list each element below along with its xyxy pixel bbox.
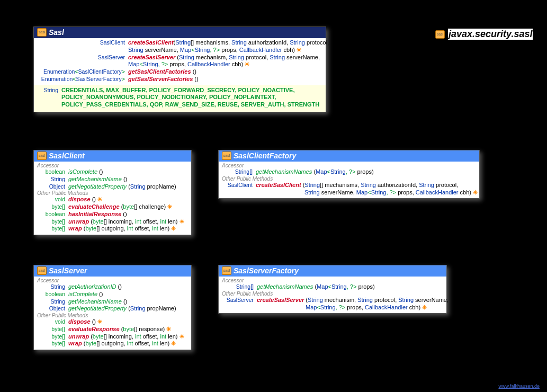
class-saslserver: sasl SaslServer Accessor StringgetAuthor… — [33, 265, 192, 350]
class-icon: sasl — [37, 266, 47, 275]
section-accessor: Accessor — [221, 278, 444, 283]
class-saslserverfactory: sasl SaslServerFactory Accessor String[]… — [218, 265, 447, 314]
section-accessor: Accessor — [221, 163, 477, 168]
class-saslclient: sasl SaslClient Accessor booleanisComple… — [33, 150, 192, 235]
section-accessor: Accessor — [36, 163, 189, 168]
class-sasl-header: sasl Sasl — [34, 27, 326, 38]
section-other: Other Public Methods — [36, 313, 189, 318]
class-saslclientfactory: sasl SaslClientFactory Accessor String[]… — [218, 150, 480, 199]
class-saslclientfactory-header: sasl SaslClientFactory — [219, 150, 479, 162]
class-saslclient-header: sasl SaslClient — [34, 150, 191, 162]
class-sasl-body: SaslClient createSaslClient(String[] mec… — [34, 38, 326, 85]
class-saslclientfactory-title: SaslClientFactory — [234, 152, 296, 160]
class-saslserverfactory-header: sasl SaslServerFactory — [219, 265, 446, 277]
class-sasl-constants: String CREDENTIALS, MAX_BUFFER, POLICY_F… — [34, 85, 326, 112]
class-icon: sasl — [37, 28, 47, 37]
section-accessor: Accessor — [36, 278, 189, 283]
class-icon: sasl — [222, 152, 231, 160]
class-sasl: sasl Sasl SaslClient createSaslClient(St… — [33, 26, 326, 112]
section-other: Other Public Methods — [36, 190, 189, 196]
package-icon: sasl — [435, 30, 445, 39]
class-icon: sasl — [222, 266, 231, 275]
package-title: sasl javax.security.sasl — [435, 29, 533, 40]
class-saslserverfactory-title: SaslServerFactory — [234, 266, 299, 275]
section-other: Other Public Methods — [221, 291, 444, 297]
class-saslserver-title: SaslServer — [49, 266, 87, 275]
class-sasl-title: Sasl — [49, 28, 64, 37]
class-icon: sasl — [37, 152, 47, 160]
package-name: javax.security.sasl — [448, 29, 533, 40]
footer-link[interactable]: www.falkhausen.de — [498, 384, 540, 389]
section-other: Other Public Methods — [221, 176, 477, 182]
class-saslclient-title: SaslClient — [49, 152, 85, 160]
class-saslserver-header: sasl SaslServer — [34, 265, 191, 277]
